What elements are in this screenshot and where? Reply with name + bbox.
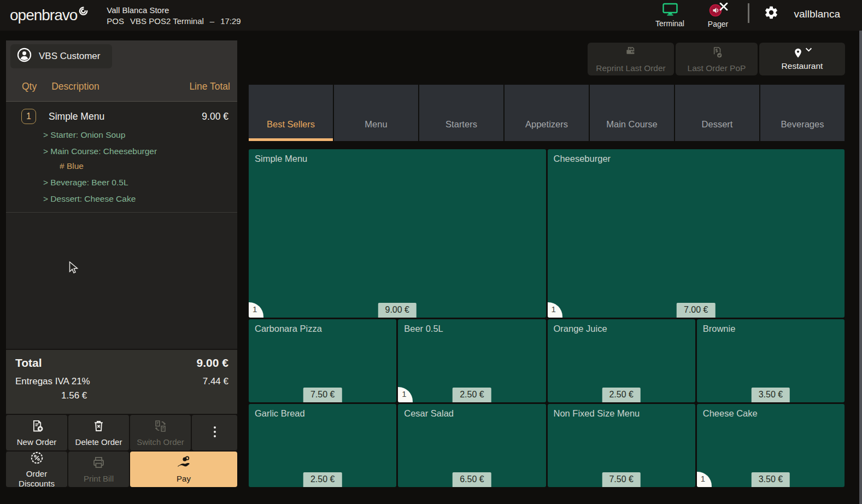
product-name: Brownie [703, 324, 736, 333]
ticket-column-headers: Qty Description Line Total [6, 72, 237, 102]
line-detail-option: > Main Course: Cheeseburger [43, 146, 237, 156]
ticket-line[interactable]: 1 Simple Menu 9.00 € [6, 109, 237, 124]
delete-order-button[interactable]: Delete Order [68, 415, 129, 450]
location-pin-icon [792, 47, 812, 60]
switch-order-icon [153, 419, 168, 435]
new-order-label: New Order [17, 437, 57, 447]
product-name: Simple Menu [255, 154, 307, 163]
col-line-total: Line Total [189, 81, 230, 92]
product-name: Orange Juice [554, 324, 607, 333]
spiral-logo-icon [79, 7, 88, 18]
category-tabs: Best SellersMenuStartersAppetizersMain C… [249, 85, 845, 141]
col-qty: Qty [22, 81, 37, 92]
product-price-badge: 7.00 € [677, 303, 715, 318]
order-discounts-label: Order Discounts [7, 469, 66, 488]
pay-button[interactable]: Pay [130, 452, 237, 487]
product-name: Cesar Salad [404, 408, 454, 418]
gear-icon [764, 5, 779, 22]
tax-label: Entregas IVA 21% [15, 376, 90, 387]
category-tab[interactable]: Beverages [760, 85, 845, 141]
tax-base-value: 7.44 € [203, 376, 228, 387]
order-discounts-button[interactable]: Order Discounts [6, 452, 67, 487]
header-divider [748, 3, 749, 23]
line-total: 9.00 € [202, 111, 228, 122]
scrollbar[interactable] [859, 31, 862, 504]
ticket-divider [6, 212, 237, 213]
customer-button[interactable]: VBS Customer [10, 44, 112, 68]
printer-icon [91, 455, 106, 472]
pay-hand-coin-icon [176, 455, 191, 472]
product-tile[interactable]: Cheeseburger 1 7.00 € [548, 149, 845, 318]
settings-button[interactable] [764, 5, 779, 22]
reprint-printer-icon [623, 45, 638, 62]
product-name: Beer 0.5L [404, 324, 443, 333]
product-tile[interactable]: Beer 0.5L 1 2.50 € [398, 319, 546, 402]
product-tile[interactable]: Simple Menu 1 9.00 € [249, 149, 546, 318]
store-info: Vall Blanca Store POS VBS POS2 Terminal … [107, 5, 241, 26]
product-price-badge: 3.50 € [752, 388, 790, 402]
print-bill-button[interactable]: Print Bill [68, 452, 129, 487]
line-detail-option: > Starter: Onion Soup [43, 130, 237, 140]
product-tile[interactable]: Garlic Bread 2.50 € [249, 404, 396, 487]
category-tab[interactable]: Starters [419, 85, 503, 141]
line-detail-modifier: # Blue [60, 161, 237, 171]
category-tab[interactable]: Menu [334, 85, 418, 141]
terminal-name: VBS POS2 Terminal [130, 16, 204, 26]
product-name: Carbonara Pizza [255, 324, 322, 333]
col-description: Description [51, 81, 99, 92]
product-count-badge: 1 [398, 387, 413, 402]
store-name: Vall Blanca Store [107, 5, 241, 15]
top-right-cluster: Terminal Pager vallblanca [646, 3, 841, 28]
product-tile[interactable]: Cheese Cake 1 3.50 € [697, 404, 845, 487]
product-name: Cheeseburger [554, 154, 611, 163]
product-count-badge: 1 [548, 302, 562, 318]
product-grid: Simple Menu 1 9.00 € Cheeseburger 1 7.00… [249, 149, 845, 487]
reprint-last-order-button[interactable]: Reprint Last Order [588, 43, 674, 75]
kebab-menu-icon [208, 425, 221, 441]
customer-icon [17, 48, 32, 65]
more-actions-button[interactable] [192, 415, 237, 450]
restaurant-selector-button[interactable]: Restaurant [759, 43, 845, 75]
product-tile[interactable]: Orange Juice 2.50 € [548, 319, 695, 402]
line-detail-option: > Beverage: Beer 0.5L [43, 178, 237, 187]
product-tile[interactable]: Non Fixed Size Menu 7.50 € [548, 404, 695, 487]
category-tab[interactable]: Main Course [590, 85, 674, 141]
order-toolbar: Reprint Last Order Last Order PoP Restau… [588, 43, 845, 75]
product-tile[interactable]: Brownie 3.50 € [697, 319, 845, 402]
new-order-button[interactable]: New Order [6, 415, 67, 450]
ticket-lines: 1 Simple Menu 9.00 € > Starter: Onion So… [6, 102, 237, 349]
trash-x-icon [91, 419, 106, 435]
receipt-plus-icon [30, 419, 44, 435]
product-price-badge: 2.50 € [602, 388, 640, 402]
product-count-badge: 1 [697, 472, 712, 487]
product-tile[interactable]: Cesar Salad 6.50 € [398, 404, 546, 487]
terminal-monitor-icon [662, 3, 678, 18]
chevron-down-icon [805, 47, 812, 52]
ticket-header: VBS Customer [6, 40, 237, 72]
product-name: Garlic Bread [255, 408, 305, 418]
switch-order-button[interactable]: Switch Order [130, 415, 191, 450]
total-value: 9.00 € [197, 356, 228, 370]
product-tile[interactable]: Carbonara Pizza 7.50 € [249, 319, 396, 402]
customer-button-label: VBS Customer [39, 51, 100, 62]
category-tab[interactable]: Appetizers [505, 85, 589, 141]
pay-label: Pay [177, 474, 191, 483]
openbravo-logo: openbravo [10, 6, 88, 25]
print-bill-label: Print Bill [84, 474, 114, 483]
product-price-badge: 2.50 € [303, 472, 342, 487]
product-price-badge: 2.50 € [453, 388, 491, 402]
last-order-pop-button[interactable]: Last Order PoP [676, 43, 758, 75]
category-tab[interactable]: Dessert [675, 85, 759, 141]
terminal-button[interactable]: Terminal [646, 3, 694, 28]
product-price-badge: 7.50 € [602, 472, 640, 487]
product-price-badge: 9.00 € [378, 303, 417, 318]
category-tab[interactable]: Best Sellers [249, 85, 333, 141]
product-price-badge: 3.50 € [752, 472, 790, 487]
receipt-dollar-check-icon [709, 45, 724, 62]
restaurant-label: Restaurant [782, 61, 823, 71]
line-description: Simple Menu [49, 111, 104, 122]
product-price-badge: 6.50 € [453, 472, 491, 487]
user-menu[interactable]: vallblanca [794, 8, 841, 20]
top-bar: openbravo Vall Blanca Store POS VBS POS2… [0, 0, 862, 31]
pager-button[interactable]: Pager [694, 3, 742, 28]
